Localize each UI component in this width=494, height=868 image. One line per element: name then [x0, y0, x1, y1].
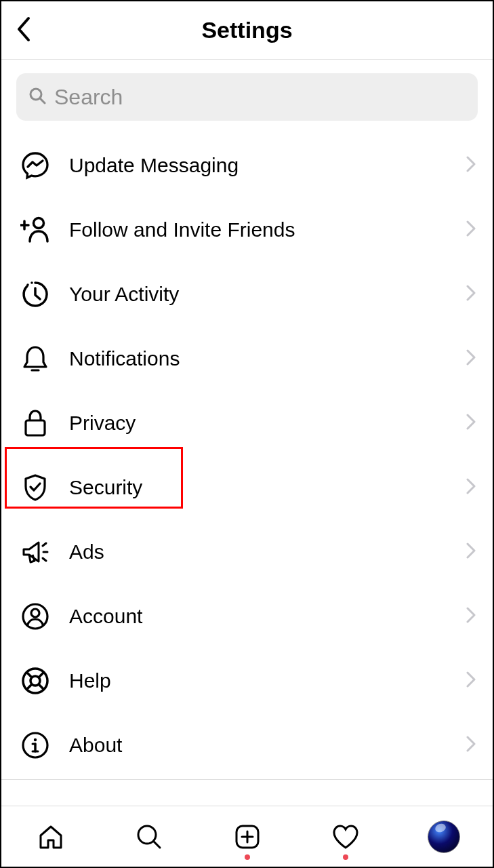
chevron-right-icon — [466, 478, 476, 497]
item-label: Ads — [69, 540, 466, 564]
item-label: Account — [69, 605, 466, 628]
svg-point-14 — [31, 609, 39, 617]
chevron-right-icon — [466, 220, 476, 239]
svg-rect-9 — [26, 420, 45, 435]
chevron-right-icon — [466, 285, 476, 304]
back-button[interactable] — [15, 16, 33, 45]
chevron-right-icon — [466, 156, 476, 175]
settings-item-help[interactable]: Help — [1, 648, 493, 713]
svg-line-12 — [43, 558, 46, 561]
svg-point-6 — [26, 283, 29, 286]
settings-item-security[interactable]: Security — [1, 455, 493, 519]
settings-item-update-messaging[interactable]: Update Messaging — [1, 133, 493, 197]
activity-icon — [20, 279, 50, 309]
info-icon — [20, 730, 50, 760]
item-label: Follow and Invite Friends — [69, 218, 466, 241]
svg-line-1 — [40, 98, 45, 103]
item-label: Notifications — [69, 347, 466, 370]
nav-activity[interactable] — [329, 821, 362, 853]
item-label: Privacy — [69, 412, 466, 435]
settings-list: Update Messaging Follow and Invite Frien… — [1, 133, 493, 780]
item-label: Help — [69, 669, 466, 692]
svg-point-2 — [34, 218, 44, 228]
chevron-left-icon — [15, 16, 33, 43]
account-icon — [20, 601, 50, 631]
svg-line-10 — [43, 543, 46, 546]
item-label: About — [69, 734, 466, 757]
notification-dot — [245, 854, 250, 860]
search-container — [16, 73, 478, 121]
plus-square-icon — [234, 823, 261, 850]
search-input[interactable] — [54, 85, 466, 110]
chevron-right-icon — [466, 542, 476, 561]
settings-item-account[interactable]: Account — [1, 584, 493, 648]
settings-item-notifications[interactable]: Notifications — [1, 326, 493, 391]
settings-item-ads[interactable]: Ads — [1, 519, 493, 584]
settings-item-your-activity[interactable]: Your Activity — [1, 262, 493, 326]
page-title: Settings — [201, 17, 292, 43]
item-label: Update Messaging — [69, 154, 466, 177]
svg-line-18 — [39, 672, 44, 677]
svg-point-22 — [34, 738, 37, 741]
header: Settings — [1, 1, 493, 60]
home-icon — [37, 823, 64, 850]
svg-line-17 — [26, 672, 32, 677]
nav-profile[interactable] — [428, 821, 460, 853]
megaphone-icon — [20, 537, 50, 567]
item-label: Your Activity — [69, 283, 466, 306]
search-icon — [136, 823, 163, 850]
divider — [1, 779, 493, 780]
chevron-right-icon — [466, 607, 476, 626]
svg-line-20 — [39, 684, 44, 690]
chevron-right-icon — [466, 349, 476, 368]
chevron-right-icon — [466, 671, 476, 690]
settings-item-about[interactable]: About — [1, 713, 493, 777]
svg-point-16 — [30, 676, 40, 686]
help-icon — [20, 666, 50, 696]
svg-point-7 — [30, 281, 33, 284]
chevron-right-icon — [466, 736, 476, 755]
heart-icon — [331, 823, 360, 850]
search-box[interactable] — [16, 73, 478, 121]
nav-search[interactable] — [133, 821, 165, 853]
avatar-icon — [428, 821, 460, 853]
notification-dot — [343, 854, 348, 860]
settings-item-follow-invite[interactable]: Follow and Invite Friends — [1, 197, 493, 262]
item-label: Security — [69, 476, 466, 499]
nav-create[interactable] — [231, 821, 264, 853]
bell-icon — [20, 344, 50, 374]
lock-icon — [20, 408, 50, 438]
svg-point-5 — [24, 288, 26, 290]
nav-home[interactable] — [35, 821, 67, 853]
settings-item-privacy[interactable]: Privacy — [1, 391, 493, 455]
add-person-icon — [20, 215, 50, 245]
shield-icon — [20, 473, 50, 502]
svg-line-27 — [154, 842, 160, 848]
svg-line-19 — [26, 684, 32, 690]
messenger-icon — [20, 151, 50, 180]
chevron-right-icon — [466, 414, 476, 433]
bottom-nav — [1, 806, 493, 867]
search-icon — [28, 87, 46, 107]
